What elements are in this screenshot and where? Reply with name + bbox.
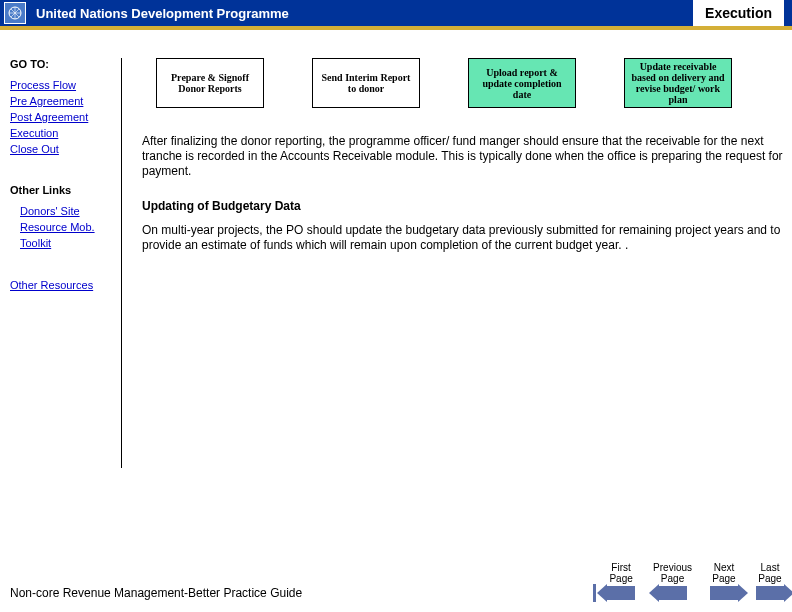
nav-last-label: Last Page	[758, 563, 781, 584]
goto-heading: GO TO:	[10, 58, 121, 70]
paragraph-reporting: After finalizing the donor reporting, th…	[142, 134, 784, 179]
header-bar: United Nations Development Programme Exe…	[0, 0, 792, 26]
page-nav-group: First Page Previous Page Next Page Last …	[607, 563, 784, 600]
sidebar-link-donors-site[interactable]: Donors' Site	[10, 204, 121, 220]
sidebar-link-close-out[interactable]: Close Out	[10, 142, 121, 158]
nav-next-page[interactable]: Next Page	[710, 563, 738, 600]
nav-previous-page[interactable]: Previous Page	[653, 563, 692, 600]
flow-step-upload-report: Upload report & update completion date	[468, 58, 576, 108]
nav-first-page[interactable]: First Page	[607, 563, 635, 600]
other-links-heading: Other Links	[10, 184, 121, 196]
sidebar-link-process-flow[interactable]: Process Flow	[10, 78, 121, 94]
flow-diagram: Prepare & Signoff Donor Reports Send Int…	[142, 58, 784, 108]
sidebar-link-execution[interactable]: Execution	[10, 126, 121, 142]
sidebar: GO TO: Process Flow Pre Agreement Post A…	[0, 58, 122, 468]
sidebar-link-pre-agreement[interactable]: Pre Agreement	[10, 94, 121, 110]
nav-next-label: Next Page	[712, 563, 735, 584]
nav-prev-label: Previous Page	[653, 563, 692, 584]
header-title: United Nations Development Programme	[36, 6, 289, 21]
footer: Non-core Revenue Management-Better Pract…	[10, 563, 784, 600]
flow-step-update-receivable: Update receivable based on delivery and …	[624, 58, 732, 108]
sidebar-link-post-agreement[interactable]: Post Agreement	[10, 110, 121, 126]
un-logo-icon	[4, 2, 26, 24]
footer-title: Non-core Revenue Management-Better Pract…	[10, 586, 302, 600]
page-label: Execution	[693, 0, 784, 26]
paragraph-budgetary: On multi-year projects, the PO should up…	[142, 223, 784, 253]
flow-step-prepare-signoff: Prepare & Signoff Donor Reports	[156, 58, 264, 108]
arrow-last-icon	[756, 586, 784, 600]
nav-last-page[interactable]: Last Page	[756, 563, 784, 600]
arrow-next-icon	[710, 586, 738, 600]
flow-step-send-interim: Send Interim Report to donor	[312, 58, 420, 108]
sidebar-link-toolkit[interactable]: Toolkit	[10, 236, 121, 252]
content-area: Prepare & Signoff Donor Reports Send Int…	[122, 58, 792, 468]
arrow-first-icon	[607, 586, 635, 600]
main-area: GO TO: Process Flow Pre Agreement Post A…	[0, 30, 792, 468]
nav-first-label: First Page	[609, 563, 632, 584]
sidebar-link-other-resources[interactable]: Other Resources	[10, 278, 121, 294]
arrow-prev-icon	[659, 586, 687, 600]
subheading-budgetary: Updating of Budgetary Data	[142, 199, 784, 213]
sidebar-link-resource-mob[interactable]: Resource Mob.	[10, 220, 121, 236]
